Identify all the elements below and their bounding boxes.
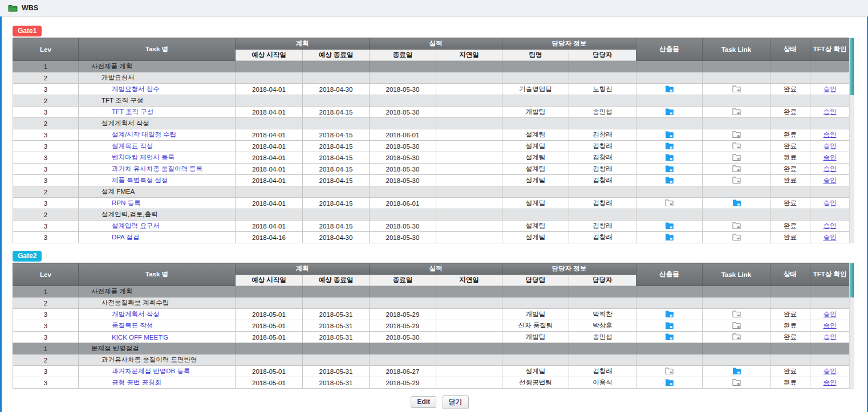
task-name-link[interactable]: 품질목표 작성 xyxy=(81,322,153,329)
blue-folder-icon[interactable] xyxy=(665,222,674,230)
gray-folder-icon[interactable] xyxy=(732,165,741,173)
task-name-label: 개발요청서 xyxy=(81,74,135,81)
owner-cell xyxy=(569,209,636,221)
task-name-link[interactable]: 과거차문제점 반영DB 등록 xyxy=(81,368,190,374)
gray-folder-icon[interactable] xyxy=(732,233,741,242)
task-name-link[interactable]: 설계/시작 대일정 수립 xyxy=(81,131,176,138)
status-cell xyxy=(770,354,810,366)
blue-folder-icon[interactable] xyxy=(665,176,674,185)
blue-folder-icon[interactable] xyxy=(665,153,674,162)
task-name-link[interactable]: KICK OFF MEET'G xyxy=(81,334,168,341)
task-name-link[interactable]: 개발요청서 접수 xyxy=(81,85,160,92)
gray-folder-icon[interactable] xyxy=(732,378,741,387)
owner-cell: 박상훈 xyxy=(569,320,636,332)
approve-link[interactable]: 승인 xyxy=(824,177,837,183)
gray-folder-icon[interactable] xyxy=(732,130,741,139)
gray-folder-icon[interactable] xyxy=(732,85,741,93)
team-cell xyxy=(502,343,569,354)
edit-button[interactable]: Edit xyxy=(411,396,436,408)
blue-folder-icon[interactable] xyxy=(665,333,674,341)
tft-confirm-cell xyxy=(810,72,850,84)
gate2-table-wrap: Lev Task 명 계획 실적 담당자 정보 산출물 Task Link 상태… xyxy=(13,263,849,389)
actual-end-cell xyxy=(370,354,436,366)
task-name-link[interactable]: 설계입력 요구서 xyxy=(81,222,160,229)
approve-link[interactable]: 승인 xyxy=(824,131,837,138)
actual-end-cell: 2018-05-30 xyxy=(370,221,436,232)
approve-link[interactable]: 승인 xyxy=(824,154,837,161)
blue-folder-icon[interactable] xyxy=(665,165,674,173)
approve-link[interactable]: 승인 xyxy=(824,322,837,329)
approve-link[interactable]: 승인 xyxy=(824,165,837,172)
approve-link[interactable]: 승인 xyxy=(824,108,837,115)
task-name-link[interactable]: DPA 점검 xyxy=(81,234,139,240)
blue-folder-icon[interactable] xyxy=(732,367,741,376)
blue-folder-icon[interactable] xyxy=(665,321,674,330)
status-cell: 완료 xyxy=(770,129,810,141)
task-name-link[interactable]: TFT 조직 구성 xyxy=(81,108,153,115)
status-cell xyxy=(770,209,810,221)
task-name-link[interactable]: 개발계획서 작성 xyxy=(81,311,160,317)
planned-start-cell xyxy=(236,343,303,354)
task-name-link[interactable]: RPN 등록 xyxy=(81,199,140,206)
status-cell: 완료 xyxy=(770,152,810,164)
blue-folder-icon[interactable] xyxy=(665,142,674,150)
gate1-scrollbar-thumb[interactable] xyxy=(850,38,854,95)
planned-start-cell: 2018-04-01 xyxy=(236,84,303,95)
window-titlebar: WBS xyxy=(0,0,868,17)
approve-link[interactable]: 승인 xyxy=(824,379,837,386)
task-name-link[interactable]: 금형 공법 공청회 xyxy=(81,379,161,386)
owner-cell: 김창래 xyxy=(569,175,636,186)
gray-folder-icon[interactable] xyxy=(732,108,741,116)
approve-link[interactable]: 승인 xyxy=(824,85,837,92)
blue-folder-icon[interactable] xyxy=(665,310,674,319)
task-name-link[interactable]: 과거차 유사차종 품질이력 등록 xyxy=(81,165,202,172)
tft-confirm-cell xyxy=(810,354,850,366)
approve-link[interactable]: 승인 xyxy=(824,333,837,340)
approve-link[interactable]: 승인 xyxy=(824,234,837,240)
col-header-task-link: Task Link xyxy=(703,38,770,61)
gate2-scrollbar[interactable] xyxy=(849,263,854,389)
planned-end-cell xyxy=(303,286,370,297)
gate2-scrollbar-thumb[interactable] xyxy=(850,263,854,297)
gate1-scrollbar[interactable] xyxy=(849,38,854,243)
planned-start-cell: 2018-05-01 xyxy=(236,320,303,332)
gray-folder-icon[interactable] xyxy=(732,222,741,230)
gray-folder-icon[interactable] xyxy=(665,367,674,376)
gray-folder-icon[interactable] xyxy=(665,199,674,207)
gray-folder-icon[interactable] xyxy=(732,153,741,162)
approve-link[interactable]: 승인 xyxy=(824,199,837,206)
table-row: 3설계목표 작성2018-04-012018-04-152018-05-30설계… xyxy=(13,141,850,152)
gray-folder-icon[interactable] xyxy=(732,142,741,150)
task-name-link[interactable]: 설계목표 작성 xyxy=(81,142,153,149)
task-name-link[interactable]: 제품 특별특성 설정 xyxy=(81,177,168,183)
gray-folder-icon[interactable] xyxy=(732,333,741,341)
approve-link[interactable]: 승인 xyxy=(824,368,837,374)
tft-confirm-cell: 승인 xyxy=(810,366,850,377)
blue-folder-icon[interactable] xyxy=(732,199,741,207)
blue-folder-icon[interactable] xyxy=(665,108,674,116)
blue-folder-icon[interactable] xyxy=(665,378,674,387)
gray-folder-icon[interactable] xyxy=(732,176,741,185)
approve-link[interactable]: 승인 xyxy=(824,142,837,149)
task-name-cell: 설계 FMEA xyxy=(79,186,236,198)
task-name-cell: 사전제품 계획 xyxy=(79,286,236,297)
deliverable-cell xyxy=(636,366,703,377)
task-name-link[interactable]: 벤치마킹 제안서 등록 xyxy=(81,154,175,161)
tft-confirm-cell: 승인 xyxy=(810,332,850,343)
lev-cell: 3 xyxy=(13,84,79,95)
delay-cell xyxy=(436,175,502,186)
task-link-cell xyxy=(703,175,770,186)
planned-end-cell xyxy=(303,72,370,84)
deliverable-cell xyxy=(636,309,703,320)
approve-link[interactable]: 승인 xyxy=(824,311,837,317)
planned-start-cell xyxy=(236,186,303,198)
approve-link[interactable]: 승인 xyxy=(824,222,837,229)
task-link-cell xyxy=(703,286,770,297)
gray-folder-icon[interactable] xyxy=(732,310,741,319)
tft-confirm-cell: 승인 xyxy=(810,198,850,209)
close-button[interactable]: 닫기 xyxy=(443,395,469,409)
blue-folder-icon[interactable] xyxy=(665,85,674,93)
blue-folder-icon[interactable] xyxy=(665,130,674,139)
blue-folder-icon[interactable] xyxy=(665,233,674,242)
gray-folder-icon[interactable] xyxy=(732,321,741,330)
